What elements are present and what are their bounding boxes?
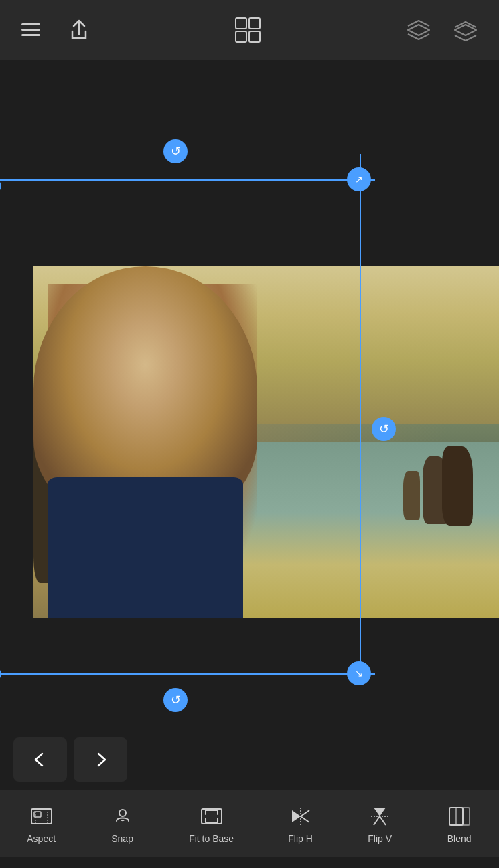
photo-scene — [33, 266, 499, 618]
grid-icon — [233, 15, 263, 45]
flip-h-label: Flip H — [288, 833, 313, 844]
menu-icon — [19, 18, 43, 42]
svg-rect-2 — [21, 34, 40, 36]
menu-button[interactable] — [13, 13, 48, 48]
handle-corner-top-right[interactable]: ↗ — [347, 167, 371, 191]
girl-area — [33, 266, 313, 618]
tab-filter[interactable]: Filter — [299, 865, 399, 868]
toolbar-center — [228, 10, 268, 50]
handle-rotate-bottom[interactable]: ↺ — [163, 688, 188, 712]
layers-stack-icon — [451, 15, 480, 45]
svg-point-9 — [119, 810, 126, 816]
tool-flip-h[interactable]: Flip H — [281, 798, 320, 849]
flip-v-label: Flip V — [368, 833, 392, 844]
corner-arrow-br: ↘ — [355, 668, 363, 679]
svg-rect-5 — [236, 31, 246, 42]
rotate-arrow-bottom: ↺ — [171, 694, 181, 706]
layers-icon — [404, 15, 433, 45]
transform-line-vertical — [360, 154, 361, 676]
handle-rotate-top[interactable]: ↺ — [163, 139, 188, 163]
nav-forward-icon — [90, 750, 111, 770]
tool-fit-to-base[interactable]: Fit to Base — [182, 798, 240, 849]
tool-aspect[interactable]: Aspect — [20, 798, 62, 849]
svg-rect-3 — [236, 18, 246, 29]
svg-rect-0 — [21, 23, 40, 25]
svg-rect-1 — [21, 29, 40, 31]
aspect-icon — [29, 804, 54, 829]
rock-large — [442, 446, 473, 526]
snap-label: Snap — [111, 833, 133, 844]
nav-back-icon — [30, 750, 50, 770]
girl-shirt — [48, 477, 243, 618]
layers-stack-button[interactable] — [445, 10, 486, 50]
rocks-layer — [336, 407, 476, 530]
blend-label: Blend — [447, 833, 472, 844]
tab-editor[interactable]: Editor — [399, 865, 499, 868]
svg-rect-6 — [249, 31, 260, 42]
nav-back-button[interactable] — [13, 737, 67, 782]
fit-to-base-label: Fit to Base — [189, 833, 234, 844]
share-icon — [67, 18, 91, 42]
handle-left-top[interactable] — [0, 179, 1, 193]
top-toolbar — [0, 0, 499, 60]
tool-flip-v[interactable]: Flip V — [360, 798, 399, 849]
flip-v-icon — [367, 804, 393, 829]
rotate-arrow-mid: ↺ — [379, 423, 389, 435]
aspect-label: Aspect — [27, 833, 56, 844]
canvas-area[interactable]: ↺ ↗ ↺ ↘ ↺ — [0, 60, 499, 729]
snap-icon — [110, 804, 135, 829]
svg-rect-4 — [249, 18, 260, 29]
rock-small — [403, 471, 420, 521]
blend-icon — [447, 804, 472, 829]
tool-snap[interactable]: Snap — [103, 798, 142, 849]
tab-bar: Layers Transform Mask — [0, 857, 499, 868]
tool-blend[interactable]: Blend — [440, 798, 479, 849]
nav-arrows — [0, 729, 499, 790]
svg-rect-10 — [202, 809, 222, 824]
transform-line-horizontal-bottom — [0, 673, 375, 675]
grid-button[interactable] — [228, 10, 268, 50]
bottom-tools: Aspect Snap Fit to Base Flip H — [0, 790, 499, 857]
handle-corner-bottom-right[interactable]: ↘ — [347, 661, 371, 685]
nav-forward-button[interactable] — [74, 737, 127, 782]
tab-mask[interactable]: Mask — [200, 865, 299, 868]
tab-layers[interactable]: Layers — [0, 865, 100, 868]
photo-layer — [33, 266, 499, 618]
toolbar-right — [399, 10, 486, 50]
rotate-arrow-top: ↺ — [171, 145, 181, 157]
girl-hair — [33, 266, 257, 513]
flip-h-icon — [288, 804, 313, 829]
corner-arrow-tr: ↗ — [355, 174, 363, 185]
fit-to-base-icon — [199, 804, 224, 829]
handle-rotate-mid-right[interactable]: ↺ — [372, 417, 396, 441]
layers-button[interactable] — [399, 10, 439, 50]
toolbar-left — [13, 13, 96, 48]
handle-left-bottom[interactable] — [0, 667, 1, 681]
share-button[interactable] — [62, 13, 96, 48]
tab-transform[interactable]: Transform — [100, 865, 200, 868]
transform-line-horizontal-top — [0, 179, 375, 181]
